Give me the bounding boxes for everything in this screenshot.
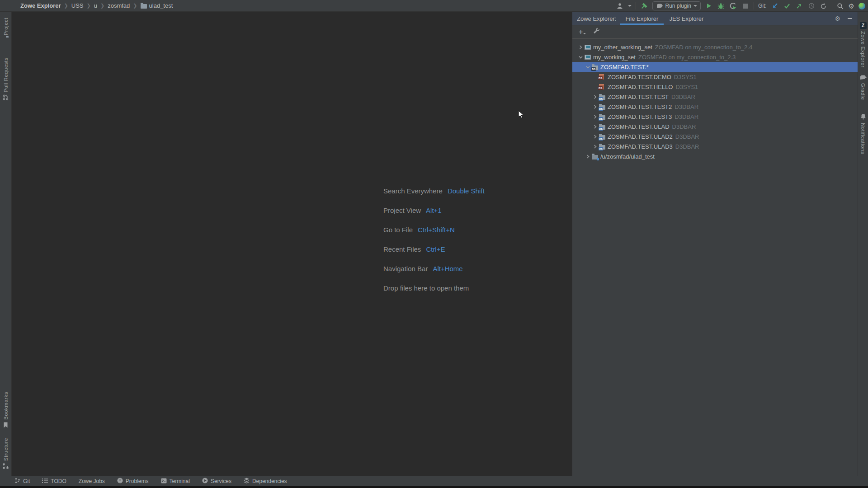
add-working-set-button[interactable]: +	[579, 28, 586, 36]
user-dropdown-caret-icon[interactable]	[628, 5, 632, 7]
shortcut-hint-row: Recent FilesCtrl+E	[383, 239, 485, 259]
tree-row[interactable]: DSZOSMFAD.TEST.TEST2D3DBAR	[572, 102, 858, 112]
tree-row[interactable]: DSZOSMFAD.TEST.HELLOD3SYS1	[572, 82, 858, 92]
bottom-bar-item-label: Terminal	[170, 478, 190, 484]
shortcut-hint-label: Go to File	[383, 226, 413, 234]
working-set-icon	[585, 55, 593, 60]
toolbar-run-actions: Run plugin Git:	[616, 0, 866, 12]
breadcrumb-item[interactable]: u	[94, 2, 97, 9]
partitioned-dataset-icon: DS	[599, 104, 608, 110]
user-account-icon[interactable]	[616, 2, 624, 10]
breadcrumb-item-label: USS	[71, 2, 84, 9]
panel-settings-gear-icon[interactable]: ⚙	[835, 15, 840, 22]
stripe-button-notifications[interactable]: Notifications	[858, 113, 868, 154]
tree-row[interactable]: DSZOSMFAD.TEST.DEMOD3SYS1	[572, 72, 858, 82]
tree-row[interactable]: DSZOSMFAD.TEST.ULADD3DBAR	[572, 122, 858, 131]
shortcut-hint-keys: Double Shift	[448, 187, 485, 195]
tree-row[interactable]: my_other_working_setZOSMFAD on my_connec…	[572, 42, 858, 52]
breadcrumb[interactable]: Zowe Explorer❯USS❯u❯zosmfad❯ulad_test	[0, 2, 173, 9]
tree-row-suffix: D3DBAR	[675, 143, 699, 150]
git-commit-check-icon[interactable]	[783, 2, 791, 10]
stripe-button-structure[interactable]: Structure	[0, 438, 11, 470]
stripe-button-project[interactable]: Project	[0, 18, 11, 38]
bookmark-icon	[3, 422, 8, 429]
wrench-settings-icon[interactable]	[593, 28, 600, 36]
shortcut-hint-row: Go to FileCtrl+Shift+N	[383, 220, 485, 239]
partitioned-dataset-icon: DS	[599, 134, 608, 140]
stripe-button-zowe-explorer[interactable]: ZZowe Explorer	[858, 22, 868, 68]
run-config-caret-icon	[693, 5, 697, 7]
tree-row-label: ZOSMFAD.TEST.ULAD2	[608, 133, 673, 140]
shortcut-hint-row: Project ViewAlt+1	[383, 201, 485, 220]
run-configuration-select[interactable]: Run plugin	[652, 1, 701, 10]
zowe-explorer-panel: Zowe Explorer: File ExplorerJES Explorer…	[572, 12, 858, 476]
chevron-right-icon[interactable]	[584, 155, 592, 159]
bottom-bar-item-problems[interactable]: Problems	[117, 478, 149, 485]
stripe-button-label: Notifications	[860, 123, 866, 154]
breadcrumb-item[interactable]: zosmfad	[108, 2, 130, 9]
breadcrumb-item-label: zosmfad	[108, 2, 130, 9]
rollback-undo-icon[interactable]	[820, 2, 828, 10]
stripe-button-label: Structure	[3, 438, 9, 461]
tab-jes-explorer[interactable]: JES Explorer	[664, 12, 709, 25]
tree-row[interactable]: DSZOSMFAD.TEST.TEST3D3DBAR	[572, 112, 858, 122]
tree-row-suffix: D3DBAR	[671, 94, 695, 100]
stripe-button-label: Project	[3, 18, 9, 35]
chevron-down-icon[interactable]	[584, 65, 592, 69]
chevron-right-icon[interactable]	[591, 135, 599, 139]
bottom-bar-item-git[interactable]: Git	[14, 478, 30, 485]
tree-row[interactable]: DSZOSMFAD.TEST.*	[572, 62, 858, 72]
bottom-bar-item-label: Zowe Jobs	[79, 478, 105, 484]
add-caret-icon	[583, 33, 586, 34]
shortcut-hint-label: Recent Files	[383, 245, 421, 253]
run-with-coverage-icon[interactable]	[729, 2, 737, 10]
stripe-button-gradle[interactable]: Gradle	[858, 75, 868, 100]
structure-icon	[3, 463, 9, 470]
bottom-bar-item-terminal[interactable]: Terminal	[161, 478, 190, 485]
tree-row-label: my_working_set	[593, 54, 636, 61]
panel-minimize-icon[interactable]	[848, 18, 852, 19]
stripe-button-label: Bookmarks	[3, 392, 9, 420]
chevron-right-icon[interactable]	[591, 145, 599, 149]
settings-gear-icon[interactable]: ⚙	[849, 3, 854, 9]
shortcut-hint-keys: Ctrl+Shift+N	[418, 226, 455, 234]
breadcrumb-item[interactable]: ulad_test	[141, 2, 173, 9]
chevron-down-icon[interactable]	[577, 55, 585, 59]
shortcut-hint-keys: Alt+Home	[433, 265, 462, 272]
tree-row-label: /u/zosmfad/ulad_test	[600, 153, 655, 160]
terminal-icon	[161, 478, 167, 485]
build-hammer-icon[interactable]	[640, 2, 648, 10]
chevron-right-icon[interactable]	[591, 95, 599, 99]
stop-icon	[741, 2, 750, 10]
chevron-right-icon[interactable]	[577, 45, 585, 49]
bottom-bar-item-services[interactable]: Services	[202, 478, 231, 485]
tree-row-suffix: D3DBAR	[672, 123, 696, 130]
bottom-bar-item-dependencies[interactable]: Dependencies	[244, 478, 287, 485]
git-update-icon[interactable]	[771, 2, 779, 10]
tree-row[interactable]: DSZOSMFAD.TEST.ULAD2D3DBAR	[572, 131, 858, 141]
git-push-icon[interactable]	[795, 2, 803, 10]
bottom-bar-item-todo[interactable]: TODO	[42, 478, 66, 484]
tree-row[interactable]: my_working_setZOSMFAD on my_connection_t…	[572, 52, 858, 62]
chevron-right-icon[interactable]	[591, 105, 599, 109]
tree-row[interactable]: /u/zosmfad/ulad_test	[572, 151, 858, 161]
partitioned-dataset-icon: DS	[599, 94, 608, 100]
debug-bug-icon[interactable]	[717, 2, 725, 10]
run-play-icon[interactable]	[705, 2, 713, 10]
bell-icon	[860, 113, 866, 121]
search-everywhere-icon[interactable]	[836, 2, 844, 10]
tree-row[interactable]: DSZOSMFAD.TEST.TESTD3DBAR	[572, 92, 858, 102]
bottom-bar-item-zowe-jobs[interactable]: Zowe Jobs	[79, 478, 105, 484]
tree-row[interactable]: DSZOSMFAD.TEST.ULAD3D3DBAR	[572, 141, 858, 151]
tree-row-label: ZOSMFAD.TEST.ULAD3	[608, 143, 673, 150]
panel-tabs: File ExplorerJES Explorer	[620, 12, 709, 25]
stripe-button-pull-requests[interactable]: Pull Requests	[0, 57, 11, 101]
ide-sphere-icon[interactable]	[859, 3, 865, 9]
breadcrumb-item[interactable]: USS	[71, 2, 84, 9]
stripe-button-bookmarks[interactable]: Bookmarks	[0, 392, 11, 429]
bottom-bar-item-label: Services	[211, 478, 231, 484]
chevron-right-icon[interactable]	[591, 115, 599, 119]
tree-row-label: ZOSMFAD.TEST.HELLO	[608, 84, 673, 90]
tab-file-explorer[interactable]: File Explorer	[620, 12, 664, 25]
chevron-right-icon[interactable]	[591, 125, 599, 129]
